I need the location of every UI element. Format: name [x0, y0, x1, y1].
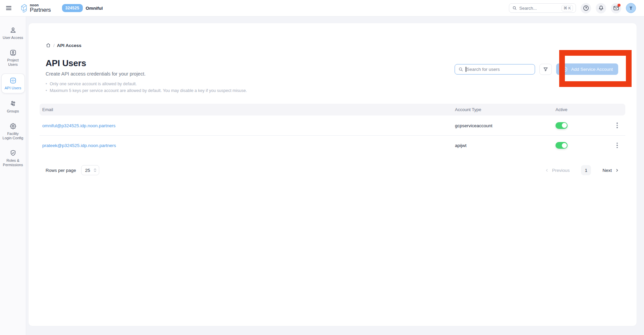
- avatar[interactable]: T: [626, 3, 636, 13]
- add-service-account-label: Add Service Account: [571, 67, 613, 72]
- sidebar-item-label: API Users: [5, 86, 21, 90]
- sidebar-item-project-users[interactable]: Project Users: [2, 47, 24, 69]
- table-header-row: Email Account Type Active: [40, 104, 625, 115]
- unread-badge: [618, 4, 621, 7]
- project-user-icon: [9, 49, 17, 56]
- column-header-active: Active: [555, 107, 609, 112]
- chevron-right-icon: [615, 168, 619, 173]
- previous-page-button[interactable]: Previous: [545, 168, 570, 173]
- column-header-account-type: Account Type: [455, 107, 555, 112]
- filter-button[interactable]: [539, 64, 552, 75]
- logo-text-partners: Partners: [30, 7, 51, 13]
- rows-per-page-select[interactable]: 25: [81, 165, 99, 175]
- help-button[interactable]: [581, 3, 591, 13]
- sidebar-item-api-users[interactable]: API Users: [2, 74, 24, 93]
- gear-icon: [9, 123, 17, 130]
- global-search-input[interactable]: Search... ⌘ K: [509, 3, 576, 13]
- sidebar-item-label: Facility Login Config: [2, 132, 24, 140]
- hamburger-menu-icon[interactable]: [6, 5, 13, 11]
- breadcrumb: / API Access: [46, 43, 619, 48]
- noon-partners-logo[interactable]: noon Partners: [20, 3, 51, 13]
- breadcrumb-current: API Access: [57, 43, 81, 48]
- account-type-value: gcpserviceaccount: [455, 123, 492, 128]
- search-icon: [512, 6, 517, 10]
- api-users-table: Email Account Type Active omniful@p32452…: [40, 104, 625, 155]
- search-users-placeholder: Search for users: [467, 67, 532, 72]
- search-icon: [458, 67, 463, 72]
- messages-button[interactable]: [611, 3, 621, 13]
- help-icon: [583, 5, 589, 11]
- page-number-button[interactable]: 1: [581, 165, 591, 175]
- groups-icon: [9, 100, 17, 107]
- sidebar-item-groups[interactable]: Groups: [2, 98, 24, 115]
- notes-list: Only one service account is allowed by d…: [46, 81, 619, 94]
- previous-label: Previous: [552, 168, 570, 173]
- sidebar-item-user-access[interactable]: User Access: [2, 25, 24, 42]
- email-link[interactable]: prateek@p324525.idp.noon.partners: [42, 143, 116, 148]
- active-toggle[interactable]: [555, 142, 568, 149]
- user-icon: [9, 27, 17, 34]
- breadcrumb-separator: /: [53, 43, 55, 48]
- row-menu-button[interactable]: [614, 121, 620, 130]
- global-search-placeholder: Search...: [519, 6, 562, 11]
- table-row: omniful@p324525.idp.noon.partners gcpser…: [40, 115, 625, 135]
- sidebar-item-label: User Access: [3, 36, 23, 40]
- table-row: prateek@p324525.idp.noon.partners apijwt: [40, 135, 625, 155]
- home-icon: [46, 43, 51, 48]
- filter-funnel-icon: [543, 66, 548, 72]
- bell-icon: [598, 5, 604, 11]
- notifications-button[interactable]: [596, 3, 606, 13]
- avatar-initial: T: [630, 6, 632, 11]
- project-id-badge: 324525: [62, 4, 83, 12]
- project-switcher[interactable]: 324525 Omniful: [62, 4, 103, 12]
- sidebar-item-roles-permissions[interactable]: Roles & Permissions: [2, 147, 24, 169]
- search-users-input[interactable]: Search for users: [455, 64, 535, 75]
- add-service-account-button[interactable]: Add Service Account: [556, 63, 618, 75]
- home-breadcrumb-link[interactable]: [46, 43, 51, 48]
- current-page: 1: [585, 168, 587, 173]
- shield-check-icon: [9, 149, 17, 157]
- text-cursor: [466, 67, 466, 72]
- email-link[interactable]: omniful@p324525.idp.noon.partners: [42, 123, 116, 128]
- next-label: Next: [602, 168, 612, 173]
- note-item: Maximum 5 keys per service account are a…: [46, 88, 619, 94]
- sidebar-item-label: Project Users: [2, 58, 24, 67]
- stepper-icon: [94, 168, 97, 173]
- left-sidebar: User Access Project Users API Users: [0, 16, 26, 335]
- logo-mark-icon: [20, 4, 27, 13]
- row-menu-button[interactable]: [614, 141, 620, 150]
- plus-circle-icon: [562, 66, 568, 73]
- code-icon: [9, 77, 17, 84]
- next-page-button[interactable]: Next: [602, 168, 619, 173]
- column-header-email: Email: [40, 107, 455, 112]
- table-controls: Search for users Add Service Account: [455, 63, 618, 75]
- rows-per-page-label: Rows per page: [46, 168, 76, 173]
- sidebar-item-label: Roles & Permissions: [2, 158, 24, 167]
- account-type-value: apijwt: [455, 143, 467, 148]
- main-content-card: / API Access API Users Create API access…: [28, 23, 637, 326]
- rows-per-page-value: 25: [85, 168, 90, 173]
- active-toggle[interactable]: [555, 122, 568, 129]
- chevron-left-icon: [545, 168, 549, 173]
- top-header: noon Partners 324525 Omniful Search... ⌘…: [0, 0, 644, 16]
- search-shortcut-badge: ⌘ K: [562, 5, 573, 11]
- note-item: Only one service account is allowed by d…: [46, 81, 619, 87]
- pagination-bar: Rows per page 25 Previous 1 Next: [46, 165, 619, 175]
- sidebar-item-facility-login-config[interactable]: Facility Login Config: [2, 121, 24, 142]
- sidebar-item-label: Groups: [7, 109, 19, 113]
- project-name: Omniful: [86, 6, 103, 11]
